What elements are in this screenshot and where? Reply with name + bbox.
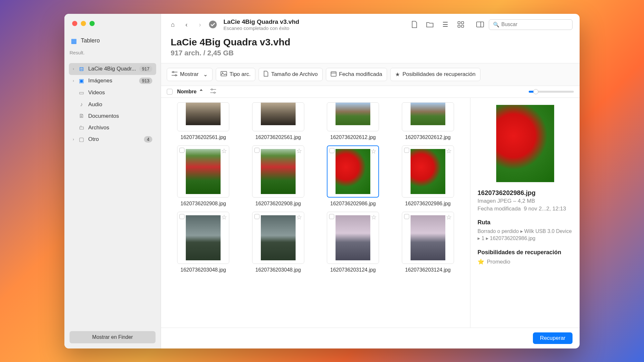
thumbnail[interactable]: ☆ [327, 212, 379, 264]
file-checkbox[interactable] [179, 214, 185, 219]
file-checkbox[interactable] [329, 214, 334, 219]
folder-view-icon[interactable] [425, 20, 435, 29]
sidebar-toggle-icon[interactable] [475, 20, 485, 29]
list-header: Nombre ⌃ [161, 86, 580, 98]
thumbnail[interactable]: ☆ [252, 212, 304, 264]
thumbnail[interactable] [327, 102, 379, 131]
home-button[interactable]: ⌂ [168, 20, 178, 29]
footer: Recuperar [161, 328, 580, 348]
image-icon: ▣ [78, 78, 85, 84]
file-checkbox[interactable] [404, 148, 409, 153]
star-icon[interactable]: ☆ [446, 147, 452, 155]
file-name: 1620736202561.jpg [255, 135, 301, 140]
file-item[interactable]: ☆1620736202986.jpg [395, 145, 461, 207]
svg-point-8 [173, 71, 174, 73]
file-name: 1620736203124.jpg [405, 267, 450, 273]
page-subtitle: 917 arch. / 2,45 GB [171, 49, 570, 57]
filter-posibilidades[interactable]: ★ Posibilidades de recuperación [390, 68, 480, 81]
toolbar-title: LaCie 4Big Quadra v3.vhd [223, 18, 299, 25]
star-icon[interactable]: ☆ [371, 147, 376, 155]
sidebar-item-video[interactable]: ▭Videos [69, 87, 156, 99]
file-grid: 1620736202561.jpg1620736202561.jpg162073… [161, 98, 470, 328]
star-icon[interactable]: ☆ [296, 147, 302, 155]
file-checkbox[interactable] [329, 148, 335, 153]
search-input[interactable] [501, 22, 568, 27]
star-icon[interactable]: ☆ [221, 147, 227, 155]
file-name: 1620736202561.jpg [181, 135, 226, 140]
file-item[interactable]: 1620736202561.jpg [171, 102, 236, 140]
star-icon[interactable]: ☆ [221, 213, 227, 221]
sidebar-tablero[interactable]: ▦ Tablero [64, 34, 161, 48]
file-item[interactable]: 1620736202612.jpg [395, 102, 461, 140]
star-icon[interactable]: ☆ [446, 213, 452, 221]
file-item[interactable]: ☆1620736202908.jpg [246, 145, 311, 207]
minimize-window[interactable] [81, 21, 86, 26]
thumbnail-size-slider[interactable] [529, 91, 574, 93]
recover-button[interactable]: Recuperar [533, 332, 573, 344]
back-button[interactable]: ‹ [182, 20, 191, 29]
thumbnail[interactable]: ☆ [402, 212, 454, 264]
thumbnail[interactable]: ☆ [327, 145, 379, 198]
file-checkbox[interactable] [254, 214, 260, 219]
thumbnail[interactable]: ☆ [177, 212, 229, 264]
star-icon[interactable]: ☆ [371, 213, 377, 221]
file-item[interactable]: ☆1620736202986.jpg [320, 145, 386, 207]
grid-view-icon[interactable] [456, 20, 466, 29]
sidebar-item-label: Otro [88, 136, 144, 143]
file-item[interactable]: 1620736202561.jpg [246, 102, 311, 140]
sidebar-item-other[interactable]: ›▢Otro4 [69, 134, 156, 145]
file-checkbox[interactable] [254, 148, 260, 153]
thumbnail-image [336, 215, 370, 260]
file-view-icon[interactable] [410, 20, 419, 29]
thumbnail[interactable]: ☆ [402, 145, 454, 198]
sidebar-item-label: LaCie 4Big Quadr... [88, 66, 139, 72]
svg-rect-2 [461, 22, 464, 24]
list-view-icon[interactable]: ☰ [440, 20, 450, 29]
thumbnail[interactable] [402, 102, 454, 131]
file-name: 1620736203048.jpg [255, 267, 301, 273]
thumbnail-image [186, 149, 221, 194]
file-name: 1620736202986.jpg [330, 201, 376, 207]
sidebar-item-disk[interactable]: ›⊟LaCie 4Big Quadr...917 [69, 63, 156, 75]
maximize-window[interactable] [90, 21, 95, 26]
sidebar-item-doc[interactable]: 🗎Documentos [69, 110, 156, 122]
toolbar-title-block: LaCie 4Big Quadra v3.vhd Escaneo complet… [223, 18, 299, 31]
file-item[interactable]: ☆1620736202908.jpg [171, 145, 236, 207]
thumbnail[interactable] [252, 102, 304, 131]
sidebar-item-label: Archivos [88, 125, 152, 131]
sidebar-item-audio[interactable]: ♪Audio [69, 99, 156, 110]
settings-icon[interactable] [210, 88, 216, 95]
thumbnail[interactable]: ☆ [252, 145, 304, 198]
star-icon[interactable]: ☆ [296, 213, 302, 221]
content-area: 1620736202561.jpg1620736202561.jpg162073… [161, 98, 580, 328]
file-name: 1620736202612.jpg [405, 135, 450, 140]
file-item[interactable]: ☆1620736203124.jpg [395, 212, 461, 273]
search-field[interactable]: 🔍 [489, 19, 573, 30]
svg-rect-13 [331, 72, 336, 76]
filter-fecha[interactable]: Fecha modificada [326, 68, 387, 81]
forward-button[interactable]: › [195, 20, 205, 29]
file-item[interactable]: 1620736202612.jpg [320, 102, 386, 140]
file-name: 1620736203124.jpg [330, 267, 376, 273]
sidebar-items: ›⊟LaCie 4Big Quadr...917›▣Imágenes913▭Vi… [64, 57, 161, 147]
show-in-finder-button[interactable]: Mostrar en Finder [70, 331, 156, 343]
svg-rect-1 [458, 22, 460, 24]
select-all-checkbox[interactable] [167, 89, 173, 95]
sidebar-item-archive[interactable]: 🗀Archivos [69, 122, 156, 134]
filter-tamano[interactable]: Tamaño de Archivo [259, 68, 323, 81]
thumbnail[interactable] [177, 102, 229, 131]
preview-posib-label: Posibilidades de recuperación [478, 249, 573, 256]
thumbnail-image [411, 215, 445, 260]
filter-mostrar[interactable]: Mostrar ⌄ [167, 68, 213, 81]
thumbnail[interactable]: ☆ [177, 145, 229, 198]
file-item[interactable]: ☆1620736203048.jpg [246, 212, 311, 273]
file-item[interactable]: ☆1620736203124.jpg [320, 212, 386, 273]
close-window[interactable] [72, 21, 77, 26]
file-checkbox[interactable] [404, 214, 409, 219]
sidebar-item-image[interactable]: ›▣Imágenes913 [69, 75, 156, 87]
file-item[interactable]: ☆1620736203048.jpg [171, 212, 236, 273]
file-checkbox[interactable] [179, 148, 185, 153]
filter-tipo[interactable]: Tipo arc. [216, 68, 256, 81]
sort-nombre[interactable]: Nombre ⌃ [177, 88, 203, 95]
file-name: 1620736202908.jpg [255, 201, 301, 207]
